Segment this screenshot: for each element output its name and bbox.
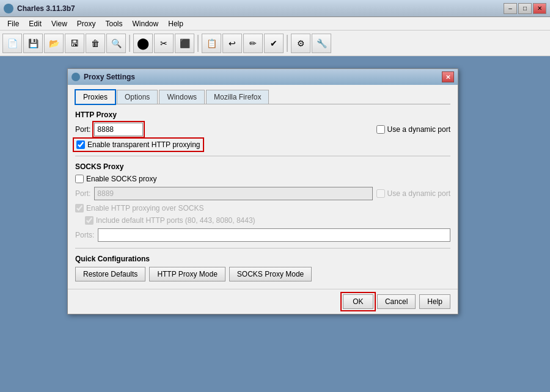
http-use-dynamic-port-checkbox[interactable] <box>376 125 385 134</box>
http-port-input[interactable] <box>94 123 143 136</box>
socks-port-label: Port: <box>75 189 90 198</box>
menu-file[interactable]: File <box>2 18 24 29</box>
socks-enable-label: Enable SOCKS proxy <box>86 175 156 183</box>
socks-use-dynamic-port-checkbox[interactable] <box>376 189 385 198</box>
socks-enable-checkbox[interactable] <box>75 175 84 183</box>
toolbar-save2[interactable]: 🖫 <box>65 34 84 53</box>
toolbar-undo[interactable]: ↩ <box>222 34 242 53</box>
ok-button[interactable]: OK <box>343 294 373 309</box>
menu-window[interactable]: Window <box>128 18 164 29</box>
tab-proxies[interactable]: Proxies <box>75 90 116 104</box>
toolbar: 📄 💾 📂 🖫 🗑 🔍 ⬤ ✂ ⬛ 📋 ↩ ✏ ✔ ⚙ 🔧 <box>0 31 550 56</box>
toolbar-sep1 <box>129 35 130 52</box>
toolbar-search[interactable]: 🔍 <box>106 34 126 53</box>
minimize-button[interactable]: – <box>504 3 517 14</box>
main-area: Proxy Settings ✕ Proxies Options Windows… <box>0 56 550 392</box>
separator1 <box>75 156 450 156</box>
toolbar-save[interactable]: 💾 <box>23 34 43 53</box>
toolbar-check[interactable]: ✔ <box>264 34 284 53</box>
http-use-dynamic-port-row: Use a dynamic port <box>376 125 450 134</box>
http-proxy-title: HTTP Proxy <box>75 111 450 119</box>
toolbar-delete[interactable]: 🗑 <box>86 34 105 53</box>
quick-config-title: Quick Configurations <box>75 255 450 263</box>
menu-edit[interactable]: Edit <box>24 18 46 29</box>
socks-proxy-mode-button[interactable]: SOCKS Proxy Mode <box>229 267 312 281</box>
socks-ports-input[interactable] <box>98 228 450 242</box>
toolbar-copy[interactable]: 📋 <box>202 34 221 53</box>
tab-options[interactable]: Options <box>117 90 158 104</box>
close-button[interactable]: ✕ <box>533 3 546 14</box>
socks-include-ports-checkbox[interactable] <box>85 216 94 225</box>
menu-bar: File Edit View Proxy Tools Window Help <box>0 17 550 31</box>
http-port-label: Port: <box>75 125 90 134</box>
window-title: Charles 3.11.3b7 <box>17 4 504 13</box>
http-transparent-highlighted: Enable transparent HTTP proxying <box>75 140 202 150</box>
dialog-icon <box>72 73 80 81</box>
http-transparent-row: Enable transparent HTTP proxying <box>75 140 450 150</box>
dialog-close-button[interactable]: ✕ <box>442 71 454 82</box>
socks-port-input[interactable] <box>94 187 372 200</box>
socks-include-ports-row: Include default HTTP ports (80, 443, 808… <box>85 216 450 225</box>
socks-include-ports-label: Include default HTTP ports (80, 443, 808… <box>96 216 255 225</box>
http-transparent-checkbox[interactable] <box>76 140 85 149</box>
http-proxy-section: HTTP Proxy Port: Use a dynamic port En <box>75 111 450 150</box>
socks-port-row: Port: Use a dynamic port <box>75 187 450 200</box>
quick-config-section: Quick Configurations Restore Defaults HT… <box>75 255 450 281</box>
app-icon <box>4 4 13 13</box>
socks-ports-label: Ports: <box>75 231 94 239</box>
http-proxy-mode-button[interactable]: HTTP Proxy Mode <box>149 267 225 281</box>
socks-use-dynamic-port-row: Use a dynamic port <box>376 189 450 198</box>
tabs-container: Proxies Options Windows Mozilla Firefox <box>75 90 450 104</box>
toolbar-record[interactable]: ⬤ <box>133 34 153 53</box>
title-bar-controls: – □ ✕ <box>504 3 546 14</box>
menu-help[interactable]: Help <box>163 18 188 29</box>
cancel-button[interactable]: Cancel <box>377 294 416 309</box>
socks-http-over-socks-label: Enable HTTP proxying over SOCKS <box>86 204 204 212</box>
title-bar: Charles 3.11.3b7 – □ ✕ <box>0 0 550 17</box>
toolbar-settings[interactable]: ⚙ <box>291 34 310 53</box>
toolbar-edit[interactable]: ✏ <box>243 34 263 53</box>
toolbar-new[interactable]: 📄 <box>2 34 22 53</box>
dialog-title: Proxy Settings <box>84 73 442 81</box>
socks-enable-row: Enable SOCKS proxy <box>75 175 450 183</box>
tab-windows[interactable]: Windows <box>159 90 205 104</box>
tab-mozilla-firefox[interactable]: Mozilla Firefox <box>206 90 269 104</box>
toolbar-stop[interactable]: ⬛ <box>175 34 194 53</box>
dialog-title-bar: Proxy Settings ✕ <box>68 69 458 85</box>
toolbar-scissors[interactable]: ✂ <box>154 34 174 53</box>
socks-proxy-section: SOCKS Proxy Enable SOCKS proxy Port: Use… <box>75 162 450 242</box>
toolbar-sep2 <box>197 35 199 52</box>
menu-tools[interactable]: Tools <box>101 18 128 29</box>
quick-config-buttons: Restore Defaults HTTP Proxy Mode SOCKS P… <box>75 267 450 281</box>
toolbar-open[interactable]: 📂 <box>44 34 64 53</box>
socks-proxy-title: SOCKS Proxy <box>75 162 450 171</box>
socks-ports-row: Ports: <box>75 228 450 242</box>
socks-use-dynamic-port-label: Use a dynamic port <box>387 189 450 198</box>
toolbar-sep3 <box>287 35 288 52</box>
menu-proxy[interactable]: Proxy <box>72 18 101 29</box>
http-port-row: Port: Use a dynamic port <box>75 123 450 136</box>
http-transparent-label: Enable transparent HTTP proxying <box>87 140 200 149</box>
restore-defaults-button[interactable]: Restore Defaults <box>75 267 145 281</box>
socks-http-over-socks-row: Enable HTTP proxying over SOCKS <box>75 204 450 212</box>
proxy-settings-dialog: Proxy Settings ✕ Proxies Options Windows… <box>67 68 458 314</box>
toolbar-gear2[interactable]: 🔧 <box>312 34 331 53</box>
menu-view[interactable]: View <box>46 18 72 29</box>
dialog-footer: OK Cancel Help <box>68 289 458 314</box>
separator2 <box>75 248 450 249</box>
socks-http-over-socks-checkbox[interactable] <box>75 204 84 212</box>
dialog-content: Proxies Options Windows Mozilla Firefox … <box>68 85 458 289</box>
help-button[interactable]: Help <box>419 294 450 309</box>
http-use-dynamic-port-label: Use a dynamic port <box>387 125 450 134</box>
maximize-button[interactable]: □ <box>518 3 532 14</box>
